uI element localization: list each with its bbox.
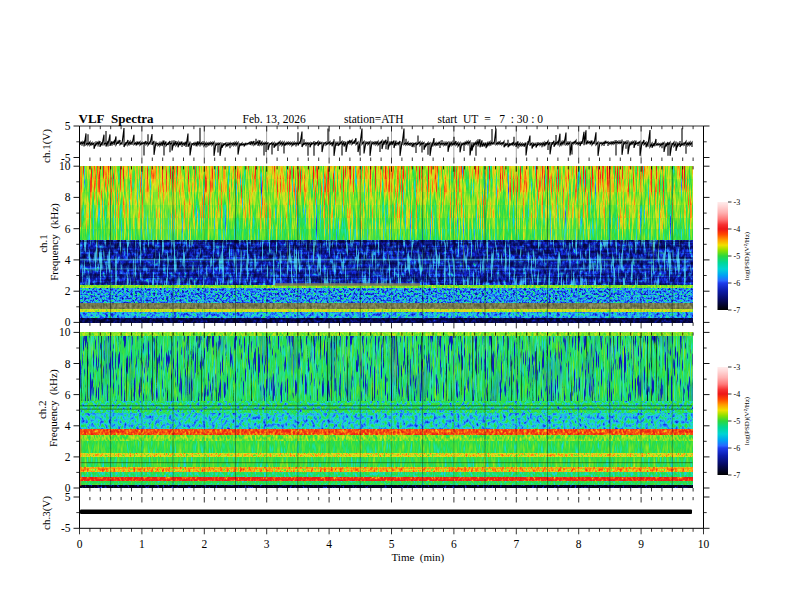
svg-text:6: 6 <box>65 389 71 401</box>
svg-text:ch.3(V): ch.3(V) <box>40 496 53 530</box>
svg-text:8: 8 <box>65 191 71 203</box>
svg-text:5: 5 <box>65 120 71 132</box>
svg-text:10: 10 <box>59 326 71 338</box>
svg-text:VLF Spectra: VLF Spectra <box>79 111 155 126</box>
svg-text:10: 10 <box>698 538 710 550</box>
svg-text:5: 5 <box>389 538 395 550</box>
svg-text:Frequency (kHz): Frequency (kHz) <box>48 203 61 281</box>
svg-text:-5: -5 <box>61 522 71 534</box>
svg-text:-7: -7 <box>734 471 741 480</box>
svg-text:Feb. 13, 2026: Feb. 13, 2026 <box>243 113 307 126</box>
svg-text:3: 3 <box>264 538 270 550</box>
svg-text:4: 4 <box>65 420 71 432</box>
svg-text:7: 7 <box>513 538 519 550</box>
svg-text:-5: -5 <box>734 417 741 426</box>
svg-text:6: 6 <box>451 538 457 550</box>
svg-text:8: 8 <box>576 538 582 550</box>
svg-text:ch.1(V): ch.1(V) <box>40 129 53 163</box>
svg-text:Time (min): Time (min) <box>392 551 445 564</box>
svg-text:-5: -5 <box>61 152 71 164</box>
svg-text:2: 2 <box>65 285 71 297</box>
svg-text:-4: -4 <box>734 225 741 234</box>
svg-text:-7: -7 <box>734 306 741 315</box>
svg-text:-6: -6 <box>734 279 741 288</box>
svg-text:8: 8 <box>65 358 71 370</box>
svg-text:6: 6 <box>65 223 71 235</box>
svg-text:Frequency (kHz): Frequency (kHz) <box>48 369 61 447</box>
svg-text:2: 2 <box>65 451 71 463</box>
svg-text:-3: -3 <box>734 198 741 207</box>
svg-text:-4: -4 <box>734 390 741 399</box>
svg-text:1: 1 <box>139 538 145 550</box>
svg-text:4: 4 <box>326 538 332 550</box>
svg-text:0: 0 <box>77 538 83 550</box>
svg-text:start UT = 7 : 30 : 0: start UT = 7 : 30 : 0 <box>438 113 544 125</box>
svg-text:9: 9 <box>638 538 644 550</box>
svg-text:-3: -3 <box>734 363 741 372</box>
svg-text:5: 5 <box>65 491 71 503</box>
svg-text:-6: -6 <box>734 444 741 453</box>
svg-text:2: 2 <box>201 538 207 550</box>
svg-text:station=ATH: station=ATH <box>344 113 404 125</box>
svg-text:4: 4 <box>65 254 71 266</box>
svg-text:log(PSD)(V²/Hz): log(PSD)(V²/Hz) <box>743 231 751 280</box>
svg-text:log(PSD)(V²/Hz): log(PSD)(V²/Hz) <box>743 396 751 445</box>
svg-text:-5: -5 <box>734 252 741 261</box>
